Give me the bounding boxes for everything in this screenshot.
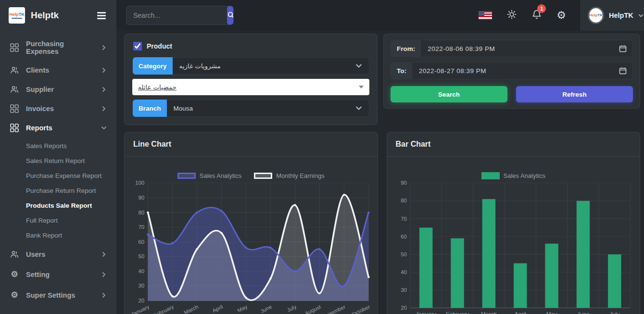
svg-text:June: June	[577, 311, 589, 314]
svg-text:April: April	[211, 304, 224, 314]
sidebar-subitem-sales-return-report[interactable]: Sales Return Report	[0, 153, 116, 168]
category-select-value: مشرويات غازيه	[173, 62, 355, 70]
svg-text:March: March	[480, 311, 496, 314]
svg-text:70: 70	[138, 225, 144, 230]
category-select[interactable]: Category مشرويات غازيه	[132, 57, 369, 75]
sidebar-item-purchasing-expenses[interactable]: Purchasing Expenses	[0, 35, 116, 61]
svg-text:40: 40	[138, 268, 144, 274]
bar-chart-card: Bar Chart Sales Analytics 20304050607080…	[387, 132, 641, 314]
settings-button[interactable]: ⚙	[556, 10, 566, 21]
sidebar-subitem-sales-reports[interactable]: Sales Reports	[0, 138, 116, 153]
search-input[interactable]	[126, 12, 227, 19]
sidebar-subitem-purchase-return-report[interactable]: Purchase Return Report	[0, 183, 116, 198]
product-checkbox[interactable]	[133, 42, 142, 50]
line-chart-legend: Sales Analytics Monthly Earnings	[129, 172, 373, 179]
grid-icon	[10, 43, 19, 52]
chevron-right-icon	[101, 67, 107, 73]
brand: HelpTK Helptk	[0, 0, 116, 31]
notification-badge: 1	[537, 4, 546, 13]
us-flag-icon[interactable]	[479, 11, 492, 20]
dropdown-arrow-icon	[359, 86, 364, 88]
bar-chart-legend: Sales Analytics	[392, 172, 635, 179]
theme-toggle-button[interactable]	[506, 9, 517, 22]
sidebar-subitem-bank-report[interactable]: Bank Report	[0, 228, 116, 243]
grid-icon	[10, 124, 19, 132]
line-chart-card: Line Chart Sales Analytics Monthly Earni…	[124, 132, 378, 314]
from-date-field[interactable]: From: 2022-08-06 08:39 PM	[391, 40, 633, 57]
legend-item-sales-analytics[interactable]: Sales Analytics	[177, 172, 241, 179]
notifications-button[interactable]: 1	[531, 9, 542, 22]
sidebar-nav: Purchasing Expenses Clients Supplier	[0, 31, 116, 314]
category-select-tag: Category	[133, 57, 173, 75]
svg-text:April: April	[514, 311, 526, 314]
svg-text:60: 60	[138, 239, 144, 245]
svg-text:March: March	[183, 304, 199, 314]
legend-item-sales-analytics[interactable]: Sales Analytics	[481, 172, 545, 179]
from-label: From:	[391, 40, 421, 57]
sidebar-item-reports[interactable]: Reports	[0, 118, 116, 138]
chevron-right-icon	[101, 87, 107, 92]
svg-text:February: February	[152, 304, 175, 314]
svg-text:July: July	[286, 304, 297, 313]
to-label: To:	[391, 62, 412, 79]
user-menu[interactable]: HelpTK HelpTK	[580, 0, 644, 31]
sidebar-item-invoices[interactable]: Invoices	[0, 99, 116, 118]
bar-chart-title: Bar Chart	[387, 132, 640, 157]
legend-swatch	[254, 173, 272, 179]
gear-icon: ⚙	[10, 269, 19, 279]
sidebar-item-supplier[interactable]: Supplier	[0, 80, 116, 99]
sidebar-item-users[interactable]: Users	[0, 245, 116, 264]
bar-chart: 2030405060708090JanuaryFebruaryMarchApri…	[392, 180, 635, 314]
branch-select[interactable]: Branch Mousa	[132, 100, 369, 117]
legend-label: Monthly Earnings	[276, 172, 324, 179]
sidebar-subitem-full-report[interactable]: Full Report	[0, 213, 116, 228]
line-chart: 2030405060708090100JanuaryFebruaryMarchA…	[129, 180, 373, 314]
refresh-button[interactable]: Refresh	[516, 86, 633, 102]
sidebar-item-label: Purchasing Expenses	[26, 40, 94, 55]
sidebar-item-label: Users	[26, 251, 94, 258]
svg-text:February: February	[446, 311, 469, 314]
hamburger-menu-icon[interactable]	[95, 10, 108, 21]
to-date-field[interactable]: To: 2022-08-27 08:39 PM	[391, 62, 633, 79]
legend-item-monthly-earnings[interactable]: Monthly Earnings	[254, 172, 324, 179]
svg-text:80: 80	[401, 198, 407, 204]
search-group	[126, 6, 234, 25]
gear-icon: ⚙	[10, 290, 19, 300]
users-icon	[10, 66, 19, 75]
subcategory-select-value: حمضيات عائله	[132, 83, 359, 91]
sidebar-item-label: Super Settings	[26, 291, 94, 299]
app-root: HelpTK Helptk Purchasing Expenses Client…	[0, 0, 644, 314]
branch-select-tag: Branch	[133, 100, 167, 117]
chevron-right-icon	[101, 272, 107, 277]
svg-text:October: October	[351, 304, 371, 314]
search-submit-button[interactable]: Search	[391, 86, 507, 102]
sidebar-subitem-purchase-expense-report[interactable]: Purchase Expense Report	[0, 168, 116, 183]
sidebar-item-label: Reports	[26, 124, 94, 132]
chevron-down-icon	[638, 13, 644, 18]
branch-select-value: Mousa	[167, 105, 355, 112]
legend-swatch	[177, 173, 196, 179]
sidebar-item-setting[interactable]: ⚙ Setting	[0, 264, 116, 285]
svg-text:50: 50	[138, 254, 144, 260]
topbar: 1 ⚙ HelpTK HelpTK	[116, 0, 644, 31]
search-button[interactable]	[227, 6, 234, 25]
sidebar-item-clients[interactable]: Clients	[0, 61, 116, 80]
svg-text:January: January	[416, 311, 436, 314]
chevron-right-icon	[101, 106, 107, 112]
calendar-icon[interactable]	[619, 67, 627, 75]
avatar: HelpTK	[588, 7, 604, 24]
subcategory-select[interactable]: حمضيات عائله	[132, 79, 369, 95]
svg-text:May: May	[236, 304, 249, 314]
legend-swatch	[481, 172, 500, 179]
sidebar-item-super-settings[interactable]: ⚙ Super Settings	[0, 285, 116, 305]
sidebar: HelpTK Helptk Purchasing Expenses Client…	[0, 0, 116, 314]
date-filter-card: From: 2022-08-06 08:39 PM To: 2022-08-27…	[383, 34, 640, 109]
line-chart-title: Line Chart	[125, 132, 378, 157]
svg-text:60: 60	[401, 234, 407, 239]
calendar-icon[interactable]	[619, 45, 627, 52]
sidebar-subitem-products-sale-report[interactable]: Products Sale Report	[0, 198, 116, 213]
sidebar-item-label: Clients	[26, 66, 94, 74]
svg-text:20: 20	[401, 305, 407, 311]
svg-text:100: 100	[135, 180, 144, 186]
user-name: HelpTK	[609, 12, 633, 19]
